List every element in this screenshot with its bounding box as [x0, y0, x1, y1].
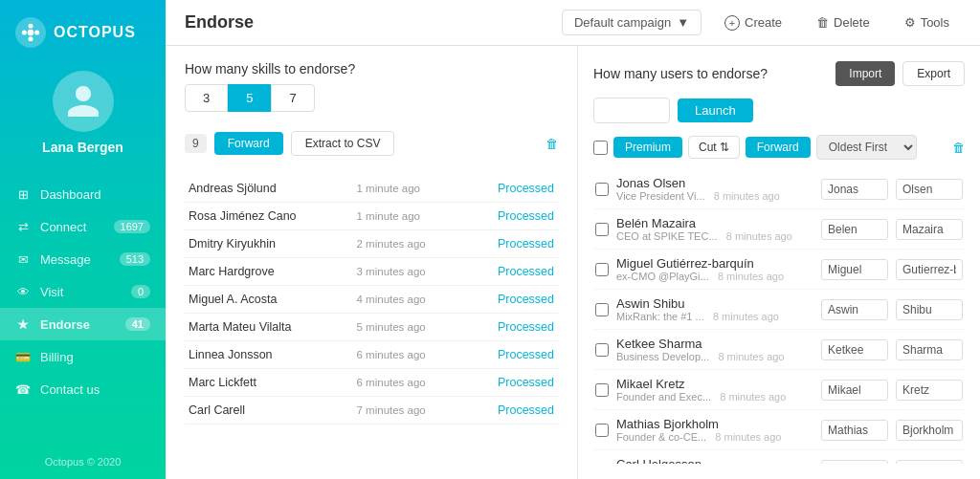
tools-button[interactable]: ⚙ Tools	[893, 11, 961, 34]
sidebar-nav: ⊞ Dashboard ⇄ Connect 1697 ✉ Message 513…	[0, 170, 166, 445]
contact-icon: ☎	[15, 381, 31, 397]
sidebar-item-billing[interactable]: 💳 Billing	[0, 340, 166, 373]
cut-button[interactable]: Cut ⇅	[688, 136, 740, 159]
connect-badge: 1697	[114, 220, 150, 233]
user-last-input[interactable]	[896, 179, 963, 200]
table-row: Rosa Jiménez Cano 1 minute ago Processed	[185, 203, 558, 230]
row-name: Miguel A. Acosta	[185, 286, 353, 314]
forward-button[interactable]: Forward	[214, 132, 283, 155]
row-time: 7 minutes ago	[353, 397, 465, 425]
user-name: Carl Helgesson	[616, 457, 813, 464]
user-first-input[interactable]	[821, 380, 888, 401]
skills-title: How many skills to endorse?	[185, 61, 558, 76]
user-subtitle: MixRank: the #1 ... 8 minutes ago	[616, 311, 813, 322]
premium-button[interactable]: Premium	[613, 137, 682, 158]
forward-right-button[interactable]: Forward	[746, 137, 811, 158]
sidebar-item-message[interactable]: ✉ Message 513	[0, 243, 166, 275]
row-time: 6 minutes ago	[353, 341, 465, 369]
user-checkbox[interactable]	[595, 383, 609, 397]
username: Lana Bergen	[42, 140, 123, 155]
sidebar-label-billing: Billing	[40, 350, 74, 364]
user-subtitle: Founder and Exec... 8 minutes ago	[616, 391, 813, 403]
delete-button[interactable]: 🗑 Delete	[805, 11, 881, 34]
sidebar-item-dashboard[interactable]: ⊞ Dashboard	[0, 178, 166, 210]
trash-icon-right: 🗑	[952, 141, 965, 155]
table-row: Marc Lickfett 6 minutes ago Processed	[185, 369, 558, 397]
user-first-input[interactable]	[821, 299, 888, 320]
skills-section: How many skills to endorse? 3 5 7	[185, 61, 558, 112]
delete-table-button[interactable]: 🗑	[546, 137, 558, 151]
launch-input[interactable]	[593, 98, 670, 123]
import-button[interactable]: Import	[835, 61, 895, 86]
page-title: Endorse	[185, 12, 254, 33]
table-row: Dmitry Kiryukhin 2 minutes ago Processed	[185, 230, 558, 258]
sort-arrows-icon: ⇅	[720, 141, 729, 154]
skill-btn-7[interactable]: 7	[271, 84, 314, 112]
row-name: Marc Hardgrove	[185, 258, 353, 286]
user-first-input[interactable]	[821, 460, 888, 465]
user-last-input[interactable]	[896, 299, 963, 320]
sidebar-item-visit[interactable]: 👁 Visit 0	[0, 275, 166, 308]
user-row: Mathias Bjorkholm Founder & co-CE... 8 m…	[593, 410, 965, 450]
sidebar-footer: Octopus © 2020	[0, 445, 166, 479]
campaign-dropdown[interactable]: Default campaign ▼	[562, 10, 702, 35]
row-name: Marc Lickfett	[185, 369, 353, 397]
user-last-input[interactable]	[896, 339, 963, 360]
table-row: Marc Hardgrove 3 minutes ago Processed	[185, 258, 558, 286]
user-row: Belén Mazaira CEO at SPIKE TEC... 8 minu…	[593, 209, 965, 250]
sidebar-item-endorse[interactable]: ★ Endorse 41	[0, 308, 166, 340]
endorse-badge: 41	[125, 317, 150, 331]
logo-icon	[15, 17, 46, 48]
sidebar-item-contact[interactable]: ☎ Contact us	[0, 373, 166, 405]
sidebar-item-connect[interactable]: ⇄ Connect 1697	[0, 210, 166, 243]
user-last-input[interactable]	[896, 259, 963, 280]
sort-select[interactable]: Oldest First Newest First	[816, 135, 917, 160]
user-checkbox[interactable]	[595, 263, 609, 276]
user-last-input[interactable]	[896, 219, 963, 240]
visit-badge: 0	[131, 285, 150, 298]
user-checkbox[interactable]	[595, 303, 609, 316]
row-name: Marta Mateu Vilalta	[185, 314, 353, 341]
skill-btn-3[interactable]: 3	[185, 84, 228, 112]
svg-point-4	[29, 36, 33, 41]
topbar-actions: Default campaign ▼ + Create 🗑 Delete ⚙ T…	[562, 10, 961, 35]
user-row: Aswin Shibu MixRank: the #1 ... 8 minute…	[593, 290, 965, 330]
user-name: Ketkee Sharma	[616, 337, 813, 351]
user-checkbox[interactable]	[595, 183, 609, 196]
create-button[interactable]: + Create	[713, 11, 793, 35]
row-status: Processed	[464, 230, 558, 258]
user-checkbox[interactable]	[595, 424, 609, 437]
table-row: Linnea Jonsson 6 minutes ago Processed	[185, 341, 558, 369]
user-checkbox[interactable]	[595, 464, 609, 465]
export-button[interactable]: Export	[902, 61, 965, 86]
skill-btn-5[interactable]: 5	[228, 84, 271, 112]
user-row: Mikael Kretz Founder and Exec... 8 minut…	[593, 370, 965, 410]
user-first-input[interactable]	[821, 219, 888, 240]
campaign-label: Default campaign	[574, 15, 671, 30]
user-last-input[interactable]	[896, 420, 963, 441]
row-time: 1 minute ago	[353, 175, 465, 203]
user-checkbox[interactable]	[595, 223, 609, 236]
user-row: Carl Helgesson Founder & CEO a... 8 minu…	[593, 450, 965, 464]
user-name: Mikael Kretz	[616, 377, 813, 391]
user-subtitle: Business Develop... 8 minutes ago	[616, 351, 813, 362]
row-name: Rosa Jiménez Cano	[185, 203, 353, 230]
user-subtitle: Vice President Vi... 8 minutes ago	[616, 190, 813, 202]
user-first-input[interactable]	[821, 339, 888, 360]
launch-button[interactable]: Launch	[678, 98, 753, 122]
user-first-input[interactable]	[821, 179, 888, 200]
user-first-input[interactable]	[821, 420, 888, 441]
delete-user-list-button[interactable]: 🗑	[952, 141, 965, 155]
user-last-input[interactable]	[896, 380, 963, 401]
user-checkbox[interactable]	[595, 343, 609, 357]
select-all-checkbox[interactable]	[593, 141, 608, 155]
user-first-input[interactable]	[821, 259, 888, 280]
table-row: Carl Carell 7 minutes ago Processed	[185, 397, 558, 425]
user-name: Aswin Shibu	[616, 296, 813, 311]
row-time: 6 minutes ago	[353, 369, 465, 397]
user-last-input[interactable]	[896, 460, 963, 465]
row-status: Processed	[464, 286, 558, 314]
trash-icon: 🗑	[816, 15, 829, 30]
extract-csv-button[interactable]: Extract to CSV	[291, 131, 395, 156]
user-name: Jonas Olsen	[616, 176, 813, 190]
